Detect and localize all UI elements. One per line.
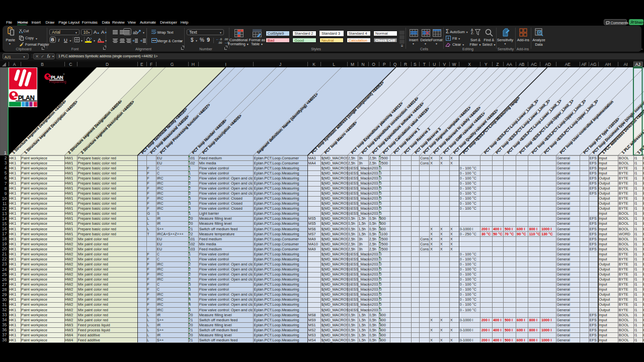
svg-text:Preplanning: Preplanning xyxy=(49,80,66,84)
svg-text:®: ® xyxy=(63,73,65,75)
svg-text:PLAN: PLAN xyxy=(18,94,35,101)
svg-text:PLAN: PLAN xyxy=(51,74,63,80)
svg-text:1: 1 xyxy=(4,150,7,155)
